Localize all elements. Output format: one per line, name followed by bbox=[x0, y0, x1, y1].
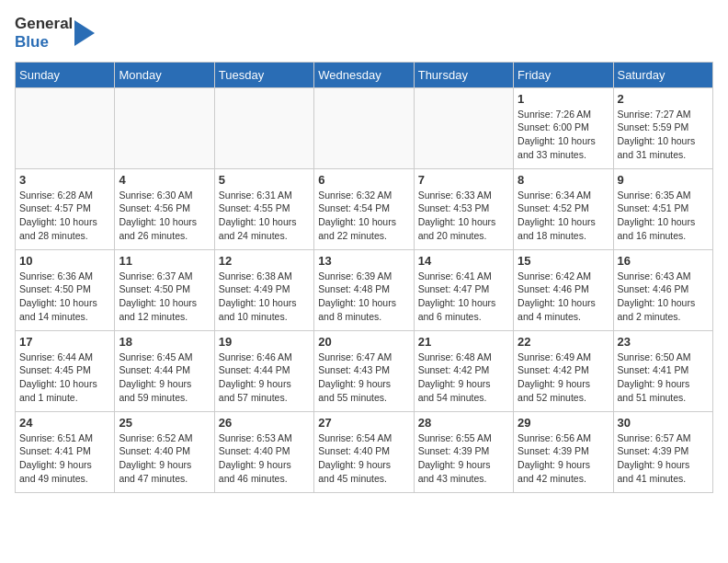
calendar-header-sunday: Sunday bbox=[16, 62, 115, 87]
day-info: Sunrise: 6:49 AM Sunset: 4:42 PM Dayligh… bbox=[518, 350, 609, 405]
day-number: 4 bbox=[119, 173, 210, 187]
day-number: 12 bbox=[219, 254, 310, 268]
calendar: SundayMondayTuesdayWednesdayThursdayFrid… bbox=[15, 62, 713, 493]
calendar-cell bbox=[115, 87, 214, 168]
day-number: 18 bbox=[119, 335, 210, 349]
calendar-header-saturday: Saturday bbox=[613, 62, 712, 87]
header: General Blue bbox=[15, 15, 713, 52]
day-info: Sunrise: 6:45 AM Sunset: 4:44 PM Dayligh… bbox=[119, 350, 210, 405]
day-info: Sunrise: 6:32 AM Sunset: 4:54 PM Dayligh… bbox=[318, 189, 409, 243]
day-info: Sunrise: 6:50 AM Sunset: 4:41 PM Dayligh… bbox=[618, 350, 709, 405]
calendar-cell: 28Sunrise: 6:55 AM Sunset: 4:39 PM Dayli… bbox=[414, 411, 513, 492]
logo-arrow-icon bbox=[74, 17, 95, 50]
day-info: Sunrise: 6:35 AM Sunset: 4:51 PM Dayligh… bbox=[618, 189, 709, 243]
calendar-cell: 2Sunrise: 7:27 AM Sunset: 5:59 PM Daylig… bbox=[613, 87, 712, 168]
day-info: Sunrise: 6:52 AM Sunset: 4:40 PM Dayligh… bbox=[119, 431, 210, 486]
day-info: Sunrise: 6:41 AM Sunset: 4:47 PM Dayligh… bbox=[418, 270, 509, 324]
day-info: Sunrise: 6:56 AM Sunset: 4:39 PM Dayligh… bbox=[518, 431, 609, 486]
day-info: Sunrise: 6:37 AM Sunset: 4:50 PM Dayligh… bbox=[119, 270, 210, 324]
calendar-cell: 4Sunrise: 6:30 AM Sunset: 4:56 PM Daylig… bbox=[115, 168, 214, 249]
day-number: 21 bbox=[418, 335, 509, 349]
day-number: 10 bbox=[19, 254, 110, 268]
calendar-cell: 6Sunrise: 6:32 AM Sunset: 4:54 PM Daylig… bbox=[314, 168, 414, 249]
calendar-cell: 20Sunrise: 6:47 AM Sunset: 4:43 PM Dayli… bbox=[314, 330, 414, 411]
day-info: Sunrise: 7:26 AM Sunset: 6:00 PM Dayligh… bbox=[518, 108, 609, 162]
day-number: 14 bbox=[418, 254, 509, 268]
day-info: Sunrise: 6:28 AM Sunset: 4:57 PM Dayligh… bbox=[19, 189, 110, 243]
calendar-cell: 12Sunrise: 6:38 AM Sunset: 4:49 PM Dayli… bbox=[214, 249, 313, 330]
calendar-cell: 24Sunrise: 6:51 AM Sunset: 4:41 PM Dayli… bbox=[16, 411, 115, 492]
day-info: Sunrise: 6:34 AM Sunset: 4:52 PM Dayligh… bbox=[518, 189, 609, 243]
day-number: 5 bbox=[219, 173, 310, 187]
calendar-cell: 25Sunrise: 6:52 AM Sunset: 4:40 PM Dayli… bbox=[115, 411, 214, 492]
day-number: 16 bbox=[618, 254, 709, 268]
day-info: Sunrise: 6:42 AM Sunset: 4:46 PM Dayligh… bbox=[518, 270, 609, 324]
day-info: Sunrise: 6:43 AM Sunset: 4:46 PM Dayligh… bbox=[618, 270, 709, 324]
calendar-cell: 21Sunrise: 6:48 AM Sunset: 4:42 PM Dayli… bbox=[414, 330, 513, 411]
calendar-cell: 22Sunrise: 6:49 AM Sunset: 4:42 PM Dayli… bbox=[514, 330, 613, 411]
calendar-cell: 18Sunrise: 6:45 AM Sunset: 4:44 PM Dayli… bbox=[115, 330, 214, 411]
day-info: Sunrise: 6:51 AM Sunset: 4:41 PM Dayligh… bbox=[19, 431, 110, 486]
day-number: 11 bbox=[119, 254, 210, 268]
calendar-cell: 5Sunrise: 6:31 AM Sunset: 4:55 PM Daylig… bbox=[214, 168, 313, 249]
day-info: Sunrise: 6:33 AM Sunset: 4:53 PM Dayligh… bbox=[418, 189, 509, 243]
calendar-cell: 26Sunrise: 6:53 AM Sunset: 4:40 PM Dayli… bbox=[214, 411, 313, 492]
day-number: 27 bbox=[318, 416, 409, 430]
calendar-header-monday: Monday bbox=[115, 62, 214, 87]
calendar-header-thursday: Thursday bbox=[414, 62, 513, 87]
day-number: 30 bbox=[618, 416, 709, 430]
calendar-cell bbox=[214, 87, 313, 168]
calendar-cell: 3Sunrise: 6:28 AM Sunset: 4:57 PM Daylig… bbox=[16, 168, 115, 249]
day-number: 23 bbox=[618, 335, 709, 349]
calendar-cell bbox=[314, 87, 414, 168]
day-number: 28 bbox=[418, 416, 509, 430]
day-number: 20 bbox=[318, 335, 409, 349]
day-info: Sunrise: 6:36 AM Sunset: 4:50 PM Dayligh… bbox=[19, 270, 110, 324]
logo: General Blue bbox=[15, 15, 95, 52]
calendar-cell: 19Sunrise: 6:46 AM Sunset: 4:44 PM Dayli… bbox=[214, 330, 313, 411]
calendar-header-wednesday: Wednesday bbox=[314, 62, 414, 87]
day-info: Sunrise: 6:48 AM Sunset: 4:42 PM Dayligh… bbox=[418, 350, 509, 405]
day-number: 2 bbox=[618, 92, 709, 106]
calendar-cell: 16Sunrise: 6:43 AM Sunset: 4:46 PM Dayli… bbox=[613, 249, 712, 330]
day-number: 26 bbox=[219, 416, 310, 430]
calendar-header-friday: Friday bbox=[514, 62, 613, 87]
calendar-cell: 29Sunrise: 6:56 AM Sunset: 4:39 PM Dayli… bbox=[514, 411, 613, 492]
calendar-header-row: SundayMondayTuesdayWednesdayThursdayFrid… bbox=[16, 62, 713, 87]
day-number: 25 bbox=[119, 416, 210, 430]
calendar-cell: 10Sunrise: 6:36 AM Sunset: 4:50 PM Dayli… bbox=[16, 249, 115, 330]
day-number: 6 bbox=[318, 173, 409, 187]
day-number: 9 bbox=[618, 173, 709, 187]
calendar-cell: 15Sunrise: 6:42 AM Sunset: 4:46 PM Dayli… bbox=[514, 249, 613, 330]
day-info: Sunrise: 6:54 AM Sunset: 4:40 PM Dayligh… bbox=[318, 431, 409, 486]
calendar-cell: 23Sunrise: 6:50 AM Sunset: 4:41 PM Dayli… bbox=[613, 330, 712, 411]
day-info: Sunrise: 6:57 AM Sunset: 4:39 PM Dayligh… bbox=[618, 431, 709, 486]
day-info: Sunrise: 6:46 AM Sunset: 4:44 PM Dayligh… bbox=[219, 350, 310, 405]
day-info: Sunrise: 6:38 AM Sunset: 4:49 PM Dayligh… bbox=[219, 270, 310, 324]
calendar-cell: 11Sunrise: 6:37 AM Sunset: 4:50 PM Dayli… bbox=[115, 249, 214, 330]
day-number: 22 bbox=[518, 335, 609, 349]
calendar-cell: 7Sunrise: 6:33 AM Sunset: 4:53 PM Daylig… bbox=[414, 168, 513, 249]
svg-marker-0 bbox=[74, 20, 95, 46]
day-info: Sunrise: 7:27 AM Sunset: 5:59 PM Dayligh… bbox=[618, 108, 709, 162]
day-number: 13 bbox=[318, 254, 409, 268]
logo-text-blue: Blue bbox=[15, 33, 73, 52]
calendar-cell: 27Sunrise: 6:54 AM Sunset: 4:40 PM Dayli… bbox=[314, 411, 414, 492]
calendar-week-row: 24Sunrise: 6:51 AM Sunset: 4:41 PM Dayli… bbox=[16, 411, 713, 492]
day-info: Sunrise: 6:31 AM Sunset: 4:55 PM Dayligh… bbox=[219, 189, 310, 243]
day-info: Sunrise: 6:47 AM Sunset: 4:43 PM Dayligh… bbox=[318, 350, 409, 405]
day-info: Sunrise: 6:44 AM Sunset: 4:45 PM Dayligh… bbox=[19, 350, 110, 405]
calendar-cell: 9Sunrise: 6:35 AM Sunset: 4:51 PM Daylig… bbox=[613, 168, 712, 249]
calendar-header-tuesday: Tuesday bbox=[214, 62, 313, 87]
calendar-week-row: 1Sunrise: 7:26 AM Sunset: 6:00 PM Daylig… bbox=[16, 87, 713, 168]
logo-text-general: General bbox=[15, 15, 73, 33]
calendar-week-row: 17Sunrise: 6:44 AM Sunset: 4:45 PM Dayli… bbox=[16, 330, 713, 411]
calendar-week-row: 10Sunrise: 6:36 AM Sunset: 4:50 PM Dayli… bbox=[16, 249, 713, 330]
calendar-week-row: 3Sunrise: 6:28 AM Sunset: 4:57 PM Daylig… bbox=[16, 168, 713, 249]
calendar-cell: 13Sunrise: 6:39 AM Sunset: 4:48 PM Dayli… bbox=[314, 249, 414, 330]
day-info: Sunrise: 6:55 AM Sunset: 4:39 PM Dayligh… bbox=[418, 431, 509, 486]
day-number: 8 bbox=[518, 173, 609, 187]
day-number: 1 bbox=[518, 92, 609, 106]
calendar-cell: 1Sunrise: 7:26 AM Sunset: 6:00 PM Daylig… bbox=[514, 87, 613, 168]
day-number: 29 bbox=[518, 416, 609, 430]
